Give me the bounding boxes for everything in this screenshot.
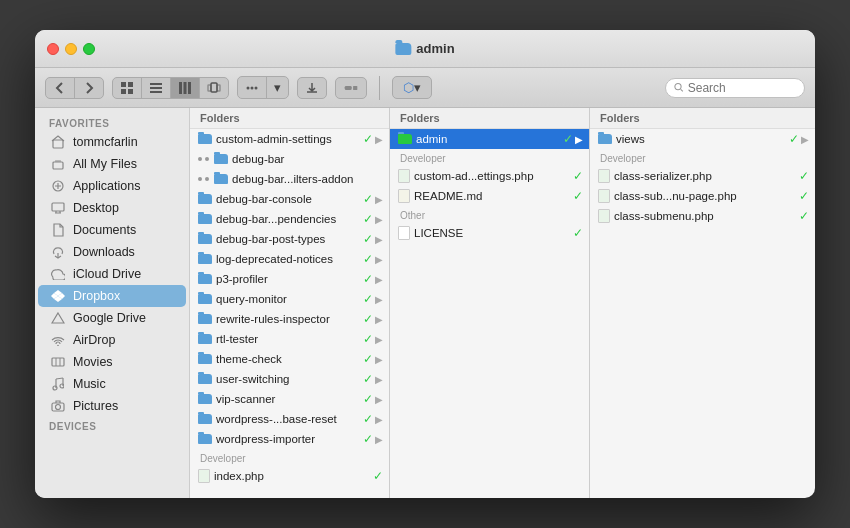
list-item[interactable]: user-switching ✓ ▶ bbox=[190, 369, 389, 389]
coverflow-view-button[interactable] bbox=[200, 78, 228, 98]
check-icon: ✓ bbox=[789, 132, 799, 146]
minimize-button[interactable] bbox=[65, 43, 77, 55]
arrow-icon: ▶ bbox=[375, 334, 383, 345]
home-icon bbox=[50, 134, 66, 150]
list-item[interactable]: views ✓ ▶ bbox=[590, 129, 815, 149]
list-item[interactable]: index.php ✓ bbox=[190, 466, 389, 486]
close-button[interactable] bbox=[47, 43, 59, 55]
list-item[interactable]: log-deprecated-notices ✓ ▶ bbox=[190, 249, 389, 269]
list-item[interactable]: rtl-tester ✓ ▶ bbox=[190, 329, 389, 349]
traffic-lights bbox=[47, 43, 95, 55]
maximize-button[interactable] bbox=[83, 43, 95, 55]
svg-rect-12 bbox=[217, 85, 220, 91]
camera-icon bbox=[50, 398, 66, 414]
item-name: debug-bar-post-types bbox=[216, 233, 361, 245]
column-1-header: Folders bbox=[190, 108, 389, 129]
sidebar-item-google-drive[interactable]: Google Drive bbox=[38, 307, 186, 329]
list-item[interactable]: debug-bar...ilters-addon bbox=[190, 169, 389, 189]
list-item[interactable]: admin ✓ ▶ bbox=[390, 129, 589, 149]
finder-window: admin bbox=[35, 30, 815, 498]
list-item[interactable]: debug-bar...pendencies ✓ ▶ bbox=[190, 209, 389, 229]
arrow-icon: ▶ bbox=[375, 254, 383, 265]
list-item[interactable]: class-sub...nu-page.php ✓ bbox=[590, 186, 815, 206]
dropbox-icon bbox=[50, 288, 66, 304]
svg-rect-1 bbox=[128, 82, 133, 87]
list-item[interactable]: custom-ad...ettings.php ✓ bbox=[390, 166, 589, 186]
check-icon: ✓ bbox=[799, 189, 809, 203]
list-item[interactable]: LICENSE ✓ bbox=[390, 223, 589, 243]
main-area: Favorites tommcfarlin All My Files Appli… bbox=[35, 108, 815, 498]
svg-point-44 bbox=[60, 384, 64, 388]
desktop-icon bbox=[50, 200, 66, 216]
item-name: debug-bar-console bbox=[216, 193, 361, 205]
label-button[interactable] bbox=[335, 77, 367, 99]
dropbox-button[interactable]: ⬡ ▾ bbox=[392, 76, 432, 99]
icon-view-button[interactable] bbox=[113, 78, 142, 98]
svg-point-36 bbox=[57, 345, 59, 346]
devices-section-title: Devices bbox=[35, 417, 189, 434]
sidebar-item-applications[interactable]: Applications bbox=[38, 175, 186, 197]
list-view-button[interactable] bbox=[142, 78, 171, 98]
check-icon: ✓ bbox=[573, 169, 583, 183]
svg-rect-3 bbox=[128, 89, 133, 94]
list-item[interactable]: wordpress-...base-reset ✓ ▶ bbox=[190, 409, 389, 429]
list-item[interactable]: wordpress-importer ✓ ▶ bbox=[190, 429, 389, 449]
search-icon bbox=[674, 82, 684, 93]
search-input[interactable] bbox=[688, 81, 796, 95]
item-name: wordpress-importer bbox=[216, 433, 361, 445]
item-name: debug-bar...pendencies bbox=[216, 213, 361, 225]
check-icon: ✓ bbox=[573, 226, 583, 240]
list-item[interactable]: debug-bar-console ✓ ▶ bbox=[190, 189, 389, 209]
sidebar-item-documents[interactable]: Documents bbox=[38, 219, 186, 241]
sidebar-item-icloud-drive[interactable]: iCloud Drive bbox=[38, 263, 186, 285]
sidebar-item-all-my-files[interactable]: All My Files bbox=[38, 153, 186, 175]
list-item[interactable]: theme-check ✓ ▶ bbox=[190, 349, 389, 369]
action-button[interactable] bbox=[297, 77, 327, 99]
list-item[interactable]: rewrite-rules-inspector ✓ ▶ bbox=[190, 309, 389, 329]
list-item[interactable]: class-serializer.php ✓ bbox=[590, 166, 815, 186]
svg-point-46 bbox=[56, 405, 61, 410]
item-name: log-deprecated-notices bbox=[216, 253, 361, 265]
folder-icon bbox=[198, 374, 212, 384]
sidebar-item-dropbox[interactable]: Dropbox bbox=[38, 285, 186, 307]
sidebar-item-airdrop[interactable]: AirDrop bbox=[38, 329, 186, 351]
forward-button[interactable] bbox=[75, 78, 103, 98]
sidebar-item-movies[interactable]: Movies bbox=[38, 351, 186, 373]
list-item[interactable]: debug-bar bbox=[190, 149, 389, 169]
list-item[interactable]: vip-scanner ✓ ▶ bbox=[190, 389, 389, 409]
item-name: class-serializer.php bbox=[614, 170, 797, 182]
list-item[interactable]: p3-profiler ✓ ▶ bbox=[190, 269, 389, 289]
php-file-icon bbox=[598, 169, 610, 183]
item-name: index.php bbox=[214, 470, 371, 482]
svg-point-14 bbox=[247, 86, 250, 89]
titlebar: admin bbox=[35, 30, 815, 68]
check-icon: ✓ bbox=[363, 272, 373, 286]
svg-rect-10 bbox=[211, 83, 217, 92]
list-item[interactable]: debug-bar-post-types ✓ ▶ bbox=[190, 229, 389, 249]
back-button[interactable] bbox=[46, 78, 75, 98]
sidebar-item-pictures[interactable]: Pictures bbox=[38, 395, 186, 417]
svg-point-13 bbox=[251, 86, 254, 89]
svg-rect-22 bbox=[55, 160, 61, 162]
folder-icon bbox=[214, 154, 228, 164]
list-item[interactable]: class-submenu.php ✓ bbox=[590, 206, 815, 226]
arrange-button[interactable] bbox=[238, 77, 267, 98]
list-item[interactable]: README.md ✓ bbox=[390, 186, 589, 206]
sidebar-item-downloads[interactable]: Downloads bbox=[38, 241, 186, 263]
check-icon: ✓ bbox=[363, 332, 373, 346]
search-box[interactable] bbox=[665, 78, 805, 98]
wifi-icon bbox=[50, 332, 66, 348]
item-name: custom-admin-settings bbox=[216, 133, 361, 145]
column-view-button[interactable] bbox=[171, 78, 200, 98]
folder-icon bbox=[198, 334, 212, 344]
sidebar-item-tommcfarlin[interactable]: tommcfarlin bbox=[38, 131, 186, 153]
list-item[interactable]: query-monitor ✓ ▶ bbox=[190, 289, 389, 309]
sidebar-label-music: Music bbox=[73, 377, 106, 391]
sidebar-item-music[interactable]: Music bbox=[38, 373, 186, 395]
svg-point-15 bbox=[255, 86, 258, 89]
list-item[interactable]: custom-admin-settings ✓ ▶ bbox=[190, 129, 389, 149]
sidebar-item-desktop[interactable]: Desktop bbox=[38, 197, 186, 219]
sidebar-label-icloud-drive: iCloud Drive bbox=[73, 267, 141, 281]
arrange-dropdown[interactable]: ▾ bbox=[267, 77, 288, 98]
arrange-buttons: ▾ bbox=[237, 76, 289, 99]
